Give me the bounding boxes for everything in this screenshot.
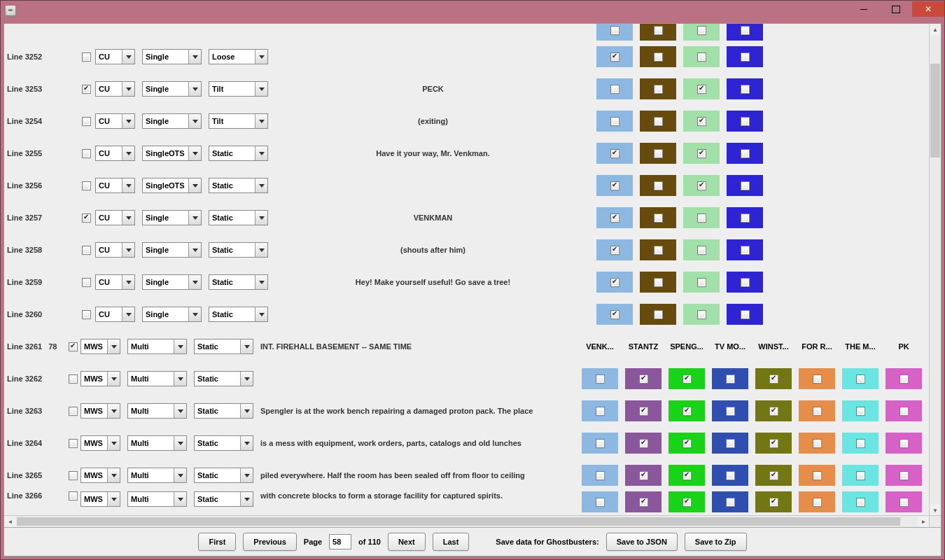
character-checkbox[interactable] xyxy=(727,143,763,164)
character-checkbox-inner[interactable] xyxy=(610,117,620,126)
character-checkbox-inner[interactable] xyxy=(741,246,750,255)
character-checkbox-inner[interactable] xyxy=(639,374,648,384)
character-checkbox[interactable] xyxy=(683,24,720,41)
character-checkbox-inner[interactable] xyxy=(697,149,706,158)
row-checkbox[interactable] xyxy=(82,181,91,190)
character-checkbox-inner[interactable] xyxy=(610,26,620,35)
character-checkbox-inner[interactable] xyxy=(697,181,706,190)
movement-select[interactable]: Static xyxy=(194,403,253,419)
save-json-button[interactable]: Save to JSON xyxy=(606,533,678,551)
character-checkbox[interactable] xyxy=(799,368,835,389)
character-checkbox-inner[interactable] xyxy=(856,439,865,448)
character-checkbox-inner[interactable] xyxy=(639,407,648,416)
character-checkbox-inner[interactable] xyxy=(682,498,692,507)
shot-type-select[interactable]: SingleOTS xyxy=(142,146,202,161)
character-checkbox[interactable] xyxy=(596,111,633,132)
shot-type-select[interactable]: Single xyxy=(142,113,202,129)
character-checkbox-inner[interactable] xyxy=(610,214,620,223)
shot-type-select[interactable]: Multi xyxy=(127,339,187,354)
shot-type-select[interactable]: Single xyxy=(142,242,202,258)
character-checkbox[interactable] xyxy=(886,491,922,512)
character-checkbox[interactable] xyxy=(596,78,633,99)
character-checkbox[interactable] xyxy=(886,465,922,486)
character-checkbox-inner[interactable] xyxy=(654,85,663,94)
shot-size-select[interactable]: MWS xyxy=(80,403,120,419)
row-checkbox[interactable] xyxy=(82,117,91,126)
character-checkbox-inner[interactable] xyxy=(610,246,620,255)
shot-type-select[interactable]: Multi xyxy=(127,435,187,451)
shot-size-select[interactable]: CU xyxy=(95,146,135,161)
character-checkbox-inner[interactable] xyxy=(596,471,605,480)
vscroll-track[interactable] xyxy=(930,36,941,505)
character-checkbox-inner[interactable] xyxy=(596,498,605,507)
movement-select[interactable]: Tilt xyxy=(209,113,268,129)
character-checkbox[interactable] xyxy=(640,46,676,67)
character-checkbox-inner[interactable] xyxy=(697,117,706,126)
character-checkbox-inner[interactable] xyxy=(769,439,778,448)
character-checkbox-inner[interactable] xyxy=(726,407,735,416)
character-checkbox[interactable] xyxy=(842,465,878,486)
row-checkbox[interactable] xyxy=(82,278,91,287)
character-checkbox[interactable] xyxy=(755,465,792,486)
character-checkbox[interactable] xyxy=(625,433,662,454)
character-checkbox-inner[interactable] xyxy=(899,407,909,416)
character-checkbox-inner[interactable] xyxy=(741,310,750,319)
movement-select[interactable]: Static xyxy=(209,307,268,322)
character-checkbox[interactable] xyxy=(582,465,618,486)
character-checkbox[interactable] xyxy=(712,465,748,486)
row-checkbox[interactable] xyxy=(69,342,78,351)
character-checkbox[interactable] xyxy=(755,491,792,512)
character-checkbox[interactable] xyxy=(625,465,662,486)
last-button[interactable]: Last xyxy=(433,533,470,551)
character-checkbox[interactable] xyxy=(683,111,720,132)
character-checkbox[interactable] xyxy=(596,272,633,293)
character-checkbox[interactable] xyxy=(596,207,633,228)
character-checkbox-inner[interactable] xyxy=(682,471,692,480)
character-checkbox-inner[interactable] xyxy=(899,374,909,384)
character-checkbox[interactable] xyxy=(683,143,720,164)
shot-size-select[interactable]: CU xyxy=(95,242,135,258)
shot-type-select[interactable]: Single xyxy=(142,274,202,290)
character-checkbox-inner[interactable] xyxy=(697,246,706,255)
character-checkbox[interactable] xyxy=(755,368,792,389)
shot-size-select[interactable]: CU xyxy=(95,210,135,225)
character-checkbox[interactable] xyxy=(582,400,618,421)
character-checkbox[interactable] xyxy=(668,368,705,389)
movement-select[interactable]: Static xyxy=(194,468,253,483)
movement-select[interactable]: Tilt xyxy=(209,81,268,97)
character-checkbox[interactable] xyxy=(799,400,835,421)
character-checkbox[interactable] xyxy=(712,491,748,512)
shot-type-select[interactable]: Multi xyxy=(127,371,187,386)
character-checkbox-inner[interactable] xyxy=(654,246,663,255)
character-checkbox[interactable] xyxy=(799,491,835,512)
character-checkbox[interactable] xyxy=(683,175,720,196)
row-checkbox[interactable] xyxy=(82,246,91,255)
character-checkbox[interactable] xyxy=(799,465,835,486)
character-checkbox[interactable] xyxy=(799,433,835,454)
hscroll-track[interactable] xyxy=(16,516,918,527)
row-checkbox[interactable] xyxy=(82,310,91,319)
character-checkbox[interactable] xyxy=(727,24,763,41)
character-checkbox-inner[interactable] xyxy=(741,214,750,223)
character-checkbox-inner[interactable] xyxy=(610,310,620,319)
row-checkbox[interactable] xyxy=(69,439,78,448)
character-checkbox-inner[interactable] xyxy=(610,85,620,94)
character-checkbox-inner[interactable] xyxy=(741,181,750,190)
shot-size-select[interactable]: CU xyxy=(95,178,135,193)
character-checkbox-inner[interactable] xyxy=(610,181,620,190)
character-checkbox-inner[interactable] xyxy=(741,149,750,158)
character-checkbox[interactable] xyxy=(582,491,618,512)
vscroll-thumb[interactable] xyxy=(930,64,940,158)
character-checkbox-inner[interactable] xyxy=(899,471,909,480)
character-checkbox-inner[interactable] xyxy=(769,498,778,507)
character-checkbox[interactable] xyxy=(640,207,676,228)
character-checkbox[interactable] xyxy=(727,111,763,132)
character-checkbox[interactable] xyxy=(625,368,662,389)
character-checkbox-inner[interactable] xyxy=(769,471,778,480)
character-checkbox-inner[interactable] xyxy=(596,439,605,448)
row-checkbox[interactable] xyxy=(69,471,78,480)
character-checkbox-inner[interactable] xyxy=(856,471,865,480)
character-checkbox-inner[interactable] xyxy=(741,52,750,62)
vertical-scrollbar[interactable]: ▲ ▼ xyxy=(929,24,941,517)
shot-size-select[interactable]: MWS xyxy=(80,435,120,451)
